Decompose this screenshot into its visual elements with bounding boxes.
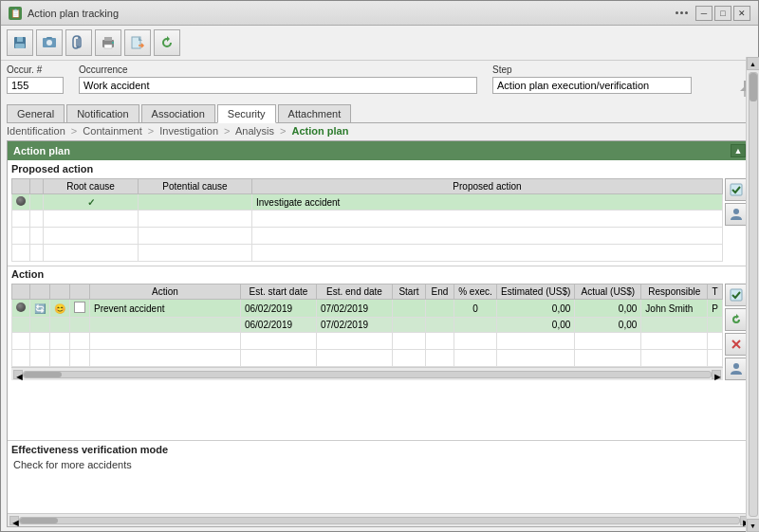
v-scroll-track[interactable] (749, 72, 758, 517)
sum-start (392, 318, 425, 333)
row-proposed-action-cell: Investigate accident (252, 194, 723, 211)
h-scroll-thumb[interactable] (24, 372, 62, 377)
photo-button[interactable] (36, 29, 63, 56)
main-window: 📋 Action plan tracking ─ □ ✕ (0, 0, 759, 532)
tab-general[interactable]: General (7, 104, 65, 122)
action-section: Action Action (8, 266, 751, 440)
act-row1-icon2: 😊 (50, 300, 70, 318)
validate-button[interactable] (725, 178, 748, 201)
proposed-action-side-buttons (725, 178, 748, 262)
panel-title: Action plan (13, 145, 70, 156)
tab-attachment[interactable]: Attachment (278, 104, 352, 122)
act-row1-radio[interactable] (12, 300, 30, 318)
act-col-est-end: Est. end date (316, 284, 392, 300)
breadcrumb-identification: Identification (7, 125, 65, 137)
breadcrumb-investigation: Investigation (159, 125, 218, 137)
export-button[interactable] (124, 29, 151, 56)
window-title: Action plan tracking (28, 8, 119, 19)
sum-est-start: 06/02/2019 (240, 318, 316, 333)
occur-label: Occur. # (7, 64, 64, 75)
col-header-potential-cause: Potential cause (139, 179, 252, 194)
proposed-action-row: ✓ Investigate accident (12, 194, 723, 211)
col-header-sel2 (30, 179, 44, 194)
person-action-button[interactable] (725, 358, 748, 380)
panel-collapse-button[interactable]: ▲ (731, 144, 746, 157)
action-h-scrollbar[interactable]: ◄ ► (11, 367, 723, 380)
act-col-sel1 (12, 284, 30, 300)
act-row1-action: Prevent accident (90, 300, 241, 318)
act-col-actual: Actual (US$) (575, 284, 641, 300)
effectiveness-section: Effectiveness verification mode Check fo… (8, 440, 751, 513)
delete-action-button[interactable] (725, 333, 748, 356)
proposed-empty-row-2 (12, 228, 723, 245)
bottom-h-scroll-left[interactable]: ◄ (9, 516, 19, 525)
bottom-h-scroll-thumb[interactable] (20, 518, 58, 523)
act-row1-actual: 0,00 (575, 300, 641, 318)
act-col-sel3 (50, 284, 70, 300)
action-plan-panel: Action plan ▲ Proposed action (7, 140, 752, 527)
v-scroll-up[interactable]: ▲ (747, 57, 760, 70)
close-button[interactable]: ✕ (733, 6, 750, 21)
person-button[interactable] (725, 203, 748, 226)
title-bar: 📋 Action plan tracking ─ □ ✕ (1, 1, 758, 26)
tab-notification[interactable]: Notification (66, 104, 139, 122)
h-scroll-track[interactable] (23, 371, 712, 378)
tab-association[interactable]: Association (141, 104, 215, 122)
tab-security[interactable]: Security (217, 104, 276, 123)
row-radio-cell[interactable] (12, 194, 30, 211)
kebab-menu[interactable] (672, 11, 692, 14)
proposed-empty-row-1 (12, 211, 723, 228)
sum-responsible (641, 318, 708, 333)
row-potential-cause-cell (139, 194, 252, 211)
v-scroll-thumb[interactable] (750, 73, 757, 101)
svg-rect-9 (112, 42, 114, 44)
main-v-scrollbar[interactable]: ▲ ▼ (746, 57, 759, 532)
bottom-h-scroll-track[interactable] (19, 517, 740, 524)
maximize-button[interactable]: □ (714, 6, 731, 21)
h-scroll-right[interactable]: ► (712, 370, 721, 379)
row-sel2-cell (30, 194, 44, 211)
print-button[interactable] (95, 29, 121, 56)
row-root-cause-cell: ✓ (44, 194, 139, 211)
action-table-wrap: Action Est. start date Est. end date Sta… (11, 284, 723, 438)
refresh-action-button[interactable] (725, 308, 748, 331)
action-empty-row-2 (12, 350, 723, 367)
tab-bar: General Notification Association Securit… (7, 104, 752, 123)
action-table: Action Est. start date Est. end date Sta… (11, 284, 723, 367)
svg-rect-5 (46, 37, 52, 39)
bottom-h-scrollbar[interactable]: ◄ ► (8, 513, 751, 526)
save-button[interactable] (7, 29, 33, 56)
sum-end (425, 318, 454, 333)
attach-button[interactable] (65, 29, 92, 56)
act-col-start: Start (392, 284, 425, 300)
sum-col1 (12, 318, 30, 333)
act-col-end: End (425, 284, 454, 300)
act-row1-pct: 0 (454, 300, 496, 318)
h-scroll-left[interactable]: ◄ (13, 370, 23, 379)
action-side-buttons (725, 284, 748, 438)
occur-value: 155 (7, 77, 64, 94)
svg-rect-7 (104, 37, 112, 41)
minimize-button[interactable]: ─ (695, 6, 713, 21)
act-col-action: Action (90, 284, 241, 300)
step-label: Step (492, 64, 722, 75)
action-row-1: 🔄 😊 Prevent accident 06/02/2019 07/02/20… (12, 300, 723, 318)
occurrence-field-group: Occurrence Work accident (79, 64, 477, 94)
act-row1-start (392, 300, 425, 318)
act-col-type: T (708, 284, 723, 300)
breadcrumb: Identification > Containment > Investiga… (7, 125, 752, 137)
occur-field-group: Occur. # 155 (7, 64, 64, 94)
sum-est-end: 07/02/2019 (316, 318, 392, 333)
step-value: Action plan execution/verification (492, 77, 692, 94)
act-row1-est-start: 06/02/2019 (240, 300, 316, 318)
act-row1-check[interactable] (70, 300, 90, 318)
act-row1-estimated: 0,00 (496, 300, 574, 318)
app-icon: 📋 (9, 7, 22, 20)
v-scroll-down[interactable]: ▼ (747, 519, 760, 532)
sum-estimated: 0,00 (496, 318, 574, 333)
svg-rect-2 (15, 44, 25, 48)
effectiveness-value: Check for more accidents (11, 457, 748, 472)
refresh-button[interactable] (154, 29, 180, 56)
edit-action-button[interactable] (725, 284, 748, 306)
form-header: Occur. # 155 Occurrence Work accident St… (7, 64, 752, 101)
